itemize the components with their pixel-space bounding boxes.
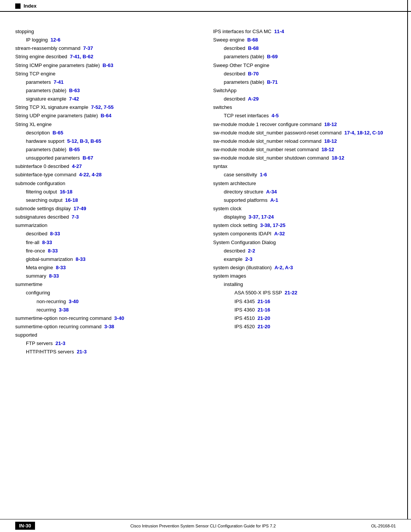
list-item: subinterface-type command 4-22, 4-28 — [15, 171, 198, 179]
entry-link[interactable]: 17-4, 18-12, C-10 — [344, 130, 383, 136]
list-item: ASA 5500-X IPS SSP 21-22 — [213, 289, 396, 297]
list-item: global-summarization 8-33 — [15, 256, 198, 263]
entry-text: IPS 4520 — [234, 324, 258, 329]
entry-link[interactable]: 7-42 — [69, 96, 79, 102]
entry-link[interactable]: 7-3 — [72, 214, 79, 220]
entry-text: summertime — [15, 281, 43, 287]
entry-text: summertime-option non-recurring command — [15, 315, 114, 321]
list-item: example 2-3 — [213, 256, 396, 263]
entry-link[interactable]: 3-38 — [59, 307, 69, 313]
entry-link[interactable]: B-71 — [267, 79, 277, 85]
entry-link[interactable]: 21-3 — [77, 349, 87, 355]
entry-text: ASA 5500-X IPS SSP — [234, 290, 285, 296]
entry-link[interactable]: 16-18 — [60, 189, 72, 195]
entry-link[interactable]: B-63 — [103, 62, 113, 68]
list-item: signature example 7-42 — [15, 95, 198, 103]
list-item: sw-module module slot_number password-re… — [213, 129, 396, 137]
list-item: installing — [213, 281, 396, 288]
entry-text: directory structure — [224, 189, 266, 195]
list-item: fire-once 8-33 — [15, 247, 198, 255]
entry-link[interactable]: 8-33 — [56, 265, 66, 270]
list-item: IPS 4345 21-16 — [213, 298, 396, 305]
entry-link[interactable]: A-1 — [270, 197, 278, 203]
list-item: summertime-option non-recurring command … — [15, 315, 198, 322]
entry-text: IPS 4360 — [234, 307, 258, 313]
entry-link[interactable]: B-64 — [100, 113, 111, 118]
list-item: sw-module module slot_number shutdown co… — [213, 154, 396, 162]
entry-text: supported platforms — [224, 197, 270, 203]
entry-link[interactable]: 3-40 — [69, 299, 79, 304]
entry-link[interactable]: 8-33 — [76, 256, 86, 262]
entry-link[interactable]: 1-6 — [260, 172, 267, 177]
entry-link[interactable]: 18-12 — [324, 138, 337, 144]
page-number: IN-30 — [15, 522, 35, 530]
entry-link[interactable]: 11-4 — [274, 29, 284, 34]
entry-link[interactable]: 4-27 — [72, 163, 82, 169]
entry-link[interactable]: A-34 — [266, 189, 277, 195]
entry-link[interactable]: 5-12, B-3, B-65 — [67, 138, 101, 144]
entry-link[interactable]: A-2, A-3 — [274, 265, 293, 270]
entry-link[interactable]: B-65 — [53, 130, 63, 136]
entry-link[interactable]: 21-16 — [258, 299, 270, 304]
entry-link[interactable]: 17-49 — [73, 206, 86, 211]
list-item: parameters (table) B-69 — [213, 53, 396, 61]
entry-link[interactable]: 8-33 — [42, 240, 52, 245]
list-item: String XL engine — [15, 121, 198, 128]
list-item: submode settings display 17-49 — [15, 205, 198, 212]
entry-link[interactable]: 2-2 — [248, 248, 255, 254]
entry-link[interactable]: 3-37, 17-24 — [249, 214, 274, 220]
entry-text: stopping — [15, 29, 34, 34]
entry-text: hardware support — [26, 138, 67, 144]
entry-link[interactable]: B-67 — [83, 155, 93, 161]
entry-link[interactable]: 7-41 — [54, 79, 64, 85]
entry-link[interactable]: A-32 — [274, 231, 285, 236]
entry-link[interactable]: 2-3 — [245, 256, 252, 262]
entry-link[interactable]: 21-22 — [285, 290, 297, 296]
entry-text: example — [224, 256, 245, 262]
entry-link[interactable]: 3-40 — [114, 315, 124, 321]
entry-link[interactable]: A-29 — [248, 96, 259, 102]
list-item: summertime-option recurring command 3-38 — [15, 323, 198, 331]
entry-link[interactable]: B-68 — [247, 37, 258, 43]
entry-link[interactable]: B-70 — [248, 71, 259, 77]
entry-link[interactable]: 21-20 — [258, 324, 270, 329]
entry-text: parameters (table) — [26, 147, 69, 152]
entry-link[interactable]: 18-12 — [331, 155, 344, 161]
entry-link[interactable]: 16-18 — [65, 197, 78, 203]
entry-link[interactable]: 8-33 — [50, 231, 60, 236]
list-item: stopping — [15, 28, 198, 35]
entry-text: String UDP engine parameters (table) — [15, 113, 100, 118]
right-column: IPS interfaces for CSA MC 11-4Sweep engi… — [206, 27, 396, 356]
entry-link[interactable]: 7-41, B-62 — [70, 54, 93, 59]
list-item: system design (illustration) A-2, A-3 — [213, 264, 396, 272]
entry-link[interactable]: 3-38, 17-25 — [260, 222, 286, 228]
entry-link[interactable]: 3-38 — [104, 324, 114, 329]
entry-link[interactable]: 8-33 — [48, 248, 58, 254]
entry-link[interactable]: 4-5 — [271, 113, 279, 118]
entry-link[interactable]: 21-16 — [258, 307, 270, 313]
list-item: IP logging 12-6 — [15, 36, 198, 44]
entry-link[interactable]: B-63 — [69, 88, 80, 93]
entry-link[interactable]: 21-3 — [56, 340, 65, 346]
list-item: IPS 4360 21-16 — [213, 306, 396, 314]
entry-link[interactable]: 7-52, 7-55 — [91, 104, 113, 110]
list-item: sw-module module 1 recover configure com… — [213, 121, 396, 128]
list-item: FTP servers 21-3 — [15, 340, 198, 347]
entry-link[interactable]: 8-33 — [49, 273, 59, 279]
list-item: case sensitivity 1-6 — [213, 171, 396, 179]
list-item: String ICMP engine parameters (table) B-… — [15, 62, 198, 69]
entry-link[interactable]: B-65 — [69, 147, 80, 152]
list-item: submode configuration — [15, 180, 198, 187]
entry-link[interactable]: 4-22, 4-28 — [79, 172, 102, 177]
entry-link[interactable]: 18-12 — [322, 147, 334, 152]
entry-link[interactable]: 7-37 — [83, 45, 93, 51]
entry-link[interactable]: B-68 — [248, 45, 259, 51]
list-item: Sweep engine B-68 — [213, 36, 396, 44]
entry-link[interactable]: 21-20 — [258, 315, 270, 321]
entry-link[interactable]: 12-6 — [51, 37, 61, 43]
entry-link[interactable]: 18-12 — [324, 121, 337, 127]
list-item: Meta engine 8-33 — [15, 264, 198, 272]
entry-text: summarization — [15, 222, 48, 228]
entry-link[interactable]: B-69 — [267, 54, 277, 59]
entry-text: String engine described — [15, 54, 70, 59]
